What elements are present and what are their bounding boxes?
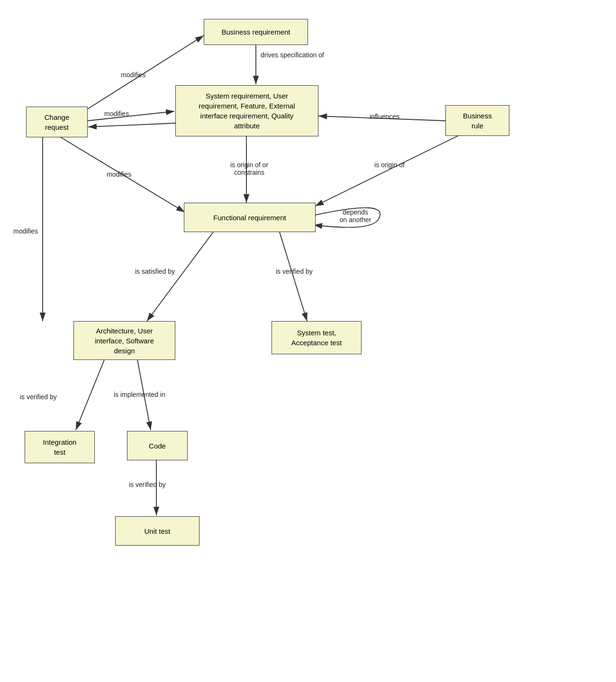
implemented-in-label: is implemented in	[114, 391, 165, 398]
drives-label: drives specification of	[261, 51, 324, 59]
origin-of-label: is origin of	[374, 161, 405, 169]
svg-line-2	[88, 111, 174, 121]
business-requirement-label: Business requirement	[221, 27, 290, 37]
unit-test-label: Unit test	[144, 526, 170, 536]
code-label: Code	[149, 441, 166, 451]
unit-test-node: Unit test	[115, 516, 199, 546]
modifies4-label: modifies	[13, 227, 38, 235]
modifies1-label: modifies	[121, 71, 145, 79]
system-acceptance-test-label: System test,Acceptance test	[291, 328, 342, 348]
system-requirement-node: System requirement, Userrequirement, Fea…	[175, 85, 318, 136]
system-requirement-label: System requirement, Userrequirement, Fea…	[199, 91, 295, 131]
business-rule-label: Businessrule	[463, 111, 492, 131]
depends-label: dependson another	[332, 208, 379, 224]
arch-ui-sw-label: Architecture, Userinterface, Softwaredes…	[95, 326, 154, 356]
modifies2-label: modifies	[104, 110, 129, 117]
integration-test-label: Integrationtest	[43, 437, 77, 457]
system-acceptance-test-node: System test,Acceptance test	[272, 321, 362, 354]
verified-by3-label: is verified by	[129, 481, 166, 488]
business-rule-node: Businessrule	[445, 105, 509, 136]
svg-line-10	[280, 232, 307, 321]
code-node: Code	[127, 431, 188, 460]
svg-line-3	[88, 123, 175, 127]
modifies3-label: modifies	[107, 170, 131, 178]
origin-constrains-label: is origin of orconstrains	[221, 161, 278, 176]
influences-label: influences	[370, 113, 399, 120]
diagram: Business requirement Changerequest Syste…	[0, 0, 616, 682]
change-request-node: Changerequest	[26, 107, 88, 137]
functional-requirement-label: Functional requirement	[213, 213, 286, 223]
verified-by1-label: is verified by	[276, 268, 313, 275]
integration-test-node: Integrationtest	[25, 431, 95, 463]
functional-requirement-node: Functional requirement	[184, 203, 316, 232]
verified-by2-label: is verified by	[20, 393, 57, 401]
satisfied-by-label: is satisfied by	[135, 268, 175, 275]
svg-line-11	[76, 360, 104, 430]
svg-line-9	[147, 232, 213, 321]
svg-line-8	[315, 135, 460, 206]
business-requirement-node: Business requirement	[204, 19, 308, 45]
arch-ui-sw-node: Architecture, Userinterface, Softwaredes…	[73, 321, 175, 360]
change-request-label: Changerequest	[45, 112, 70, 132]
